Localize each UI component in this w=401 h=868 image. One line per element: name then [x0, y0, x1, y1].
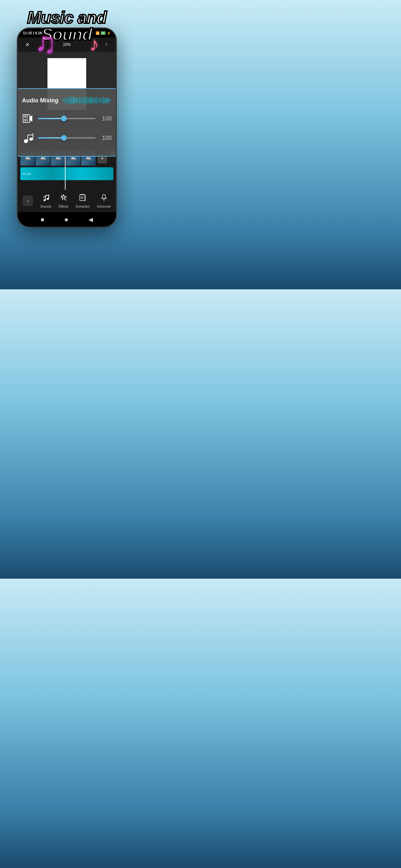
effects-icon [60, 194, 67, 204]
svg-marker-57 [30, 115, 32, 122]
sounds-label: Sounds [40, 205, 51, 208]
svg-rect-0 [62, 100, 63, 101]
waveform-display [62, 94, 112, 107]
svg-rect-40 [102, 97, 102, 103]
video-volume-value: 100 [99, 115, 112, 122]
svg-rect-16 [78, 99, 79, 102]
svg-rect-29 [91, 97, 92, 104]
effects-tool[interactable]: Effects [59, 194, 68, 208]
svg-rect-37 [99, 97, 99, 104]
svg-rect-48 [110, 99, 111, 101]
audio-mixing-header: Audio Mixing [22, 94, 112, 107]
svg-rect-8 [70, 96, 71, 105]
svg-rect-33 [95, 98, 96, 103]
svg-rect-20 [82, 98, 83, 102]
timeline-audio-track[interactable]: fm,etc [20, 167, 113, 180]
svg-rect-27 [89, 97, 90, 104]
music-volume-slider[interactable] [38, 135, 96, 141]
nav-home[interactable]: ● [64, 215, 68, 224]
svg-rect-71 [103, 194, 105, 199]
voiceover-icon [100, 194, 108, 204]
svg-rect-45 [107, 98, 107, 103]
music-note-small-icon: ♪ [89, 33, 99, 55]
extracted-label: Extracted [76, 205, 89, 208]
music-volume-value: 100 [99, 135, 112, 142]
svg-rect-23 [85, 97, 86, 104]
svg-rect-14 [76, 97, 77, 104]
sounds-tool[interactable]: Sounds [40, 194, 51, 208]
svg-rect-9 [71, 97, 72, 104]
svg-rect-26 [88, 98, 89, 102]
svg-rect-41 [103, 97, 103, 104]
svg-rect-11 [73, 97, 74, 104]
bottom-toolbar: ‹ Sounds [18, 190, 116, 212]
audio-mixing-panel: Audio Mixing [18, 88, 116, 157]
svg-rect-55 [25, 119, 26, 121]
svg-rect-22 [84, 97, 85, 103]
svg-rect-34 [96, 97, 96, 104]
svg-rect-17 [79, 97, 80, 104]
svg-rect-51 [23, 115, 25, 118]
svg-rect-49 [111, 100, 112, 101]
svg-rect-3 [65, 99, 66, 102]
nav-stop[interactable]: ■ [41, 216, 44, 223]
audio-track-label: fm,etc [22, 172, 31, 176]
svg-rect-28 [90, 98, 91, 103]
music-volume-row: 100 [22, 131, 112, 144]
svg-rect-38 [100, 98, 100, 103]
svg-rect-42 [104, 97, 104, 103]
svg-rect-32 [94, 97, 95, 104]
svg-rect-68 [80, 195, 85, 200]
voiceover-label: Voiceover [97, 205, 111, 208]
extracted-icon [79, 194, 87, 204]
svg-rect-30 [92, 97, 93, 103]
svg-rect-60 [27, 135, 28, 142]
audio-mixing-title: Audio Mixing [22, 97, 58, 104]
svg-rect-2 [64, 97, 65, 103]
effects-label: Effects [59, 205, 68, 208]
svg-rect-6 [68, 97, 69, 104]
svg-rect-25 [87, 97, 88, 103]
video-icon [22, 112, 35, 125]
svg-rect-47 [109, 97, 110, 103]
voiceover-tool[interactable]: Voiceover [97, 194, 111, 208]
svg-rect-35 [97, 97, 97, 103]
svg-rect-4 [66, 97, 67, 104]
svg-rect-24 [86, 96, 87, 105]
svg-point-58 [24, 139, 28, 143]
svg-rect-18 [80, 97, 81, 103]
music-note-big-icon: ♫ [35, 27, 57, 60]
svg-rect-12 [74, 97, 75, 103]
svg-rect-44 [106, 97, 106, 104]
svg-rect-62 [27, 135, 33, 135]
svg-point-59 [29, 137, 33, 141]
svg-rect-5 [67, 98, 68, 103]
music-notes-decoration: ♫ ♪ [31, 23, 102, 72]
video-volume-slider[interactable] [38, 115, 96, 122]
svg-rect-36 [98, 98, 98, 102]
nav-back[interactable]: ◀ [89, 216, 93, 223]
waveform-svg [62, 94, 112, 107]
svg-rect-53 [27, 115, 28, 118]
sounds-icon [42, 194, 50, 204]
svg-rect-46 [108, 99, 109, 102]
back-button[interactable]: ‹ [23, 196, 33, 206]
nav-bar: ■ ● ◀ [18, 213, 116, 227]
svg-rect-21 [83, 97, 84, 104]
svg-rect-67 [45, 195, 49, 196]
video-volume-row: 100 [22, 112, 112, 125]
svg-rect-10 [72, 98, 73, 103]
svg-rect-31 [93, 99, 94, 102]
svg-rect-56 [27, 119, 28, 121]
svg-rect-54 [23, 119, 25, 121]
svg-rect-15 [77, 98, 78, 103]
svg-rect-1 [63, 98, 64, 102]
svg-rect-19 [81, 97, 82, 104]
extracted-tool[interactable]: Extracted [76, 194, 89, 208]
svg-rect-43 [105, 98, 105, 102]
svg-rect-52 [25, 115, 26, 118]
svg-rect-13 [75, 98, 76, 102]
music-icon [22, 131, 35, 144]
svg-rect-61 [33, 133, 33, 140]
svg-rect-7 [69, 97, 70, 103]
